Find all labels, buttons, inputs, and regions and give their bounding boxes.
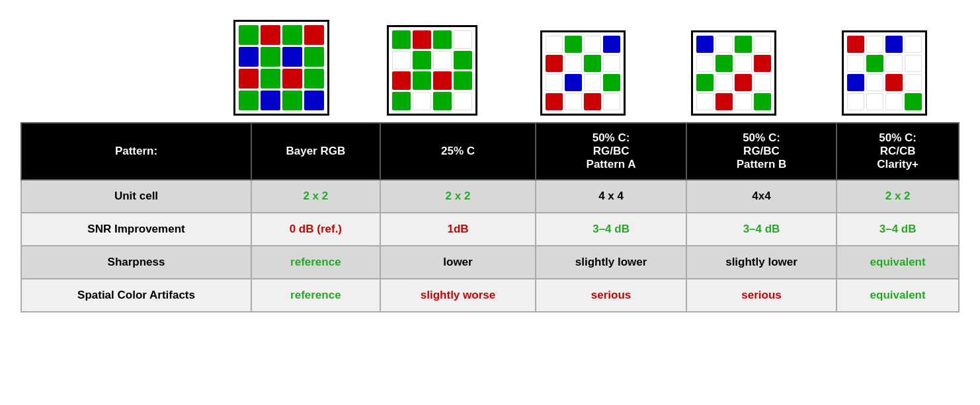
px xyxy=(433,51,452,69)
main-container: Pattern: Bayer RGB 25% C 50% C: RG/BC Pa… xyxy=(20,13,960,313)
px xyxy=(584,93,601,110)
px xyxy=(546,55,563,72)
px xyxy=(754,74,771,91)
px xyxy=(239,25,259,45)
row-label: Unit cell xyxy=(21,180,251,213)
clarity-pixel-grid xyxy=(842,30,927,116)
50ca-grid-wrap xyxy=(507,30,658,116)
px xyxy=(239,69,259,89)
px xyxy=(546,93,563,110)
px xyxy=(282,47,302,67)
px xyxy=(413,30,431,49)
px xyxy=(546,36,563,53)
px xyxy=(454,92,472,110)
row-val: 2 x 2 xyxy=(380,180,536,213)
px xyxy=(282,91,302,110)
px xyxy=(282,69,302,89)
row-val: lower xyxy=(380,246,536,279)
px xyxy=(905,93,922,110)
header-pattern: Pattern: xyxy=(21,123,251,180)
px xyxy=(847,74,864,91)
row-val: slightly lower xyxy=(536,246,686,279)
px xyxy=(696,74,714,91)
px xyxy=(905,36,922,53)
row-val: 2 x 2 xyxy=(251,180,380,213)
row-val: equivalent xyxy=(837,246,959,279)
px xyxy=(715,74,733,91)
row-val: 0 dB (ref.) xyxy=(251,213,380,246)
px xyxy=(282,25,302,45)
comparison-table: Pattern: Bayer RGB 25% C 50% C: RG/BC Pa… xyxy=(20,122,960,313)
25c-pixel-grid xyxy=(387,25,477,116)
row-val: 3–4 dB xyxy=(837,213,959,246)
row-val: slightly worse xyxy=(380,279,536,312)
px xyxy=(392,30,411,49)
px xyxy=(304,25,324,45)
px xyxy=(392,51,411,69)
table-header-row: Pattern: Bayer RGB 25% C 50% C: RG/BC Pa… xyxy=(21,123,959,180)
row-val: 2 x 2 xyxy=(837,180,959,213)
px xyxy=(261,91,280,110)
row-label: Sharpness xyxy=(21,246,251,279)
px xyxy=(565,93,582,110)
bayer-grid-wrap xyxy=(206,20,356,116)
row-val: 4x4 xyxy=(686,180,837,213)
header-50cb: 50% C: RG/BC Pattern B xyxy=(686,123,837,180)
px xyxy=(304,91,324,110)
px xyxy=(433,71,452,90)
px xyxy=(754,36,771,53)
header-25c: 25% C xyxy=(380,123,536,180)
px xyxy=(754,93,771,110)
table-row: SNR Improvement 0 dB (ref.) 1dB 3–4 dB 3… xyxy=(21,213,959,246)
px xyxy=(696,93,714,110)
px xyxy=(866,55,883,72)
px xyxy=(847,36,864,53)
px xyxy=(304,47,324,67)
row-val: slightly lower xyxy=(686,246,837,279)
px xyxy=(239,47,259,67)
clarity-grid-wrap xyxy=(809,30,960,116)
px xyxy=(735,36,752,53)
px xyxy=(413,71,431,90)
px xyxy=(454,30,472,49)
50ca-pixel-grid xyxy=(540,30,626,116)
px xyxy=(885,74,903,91)
table-row: Spatial Color Artifacts reference slight… xyxy=(21,279,959,312)
px xyxy=(603,93,620,110)
px xyxy=(754,55,771,72)
row-val: 3–4 dB xyxy=(686,213,837,246)
pattern-images-row xyxy=(206,13,960,122)
row-label: SNR Improvement xyxy=(21,213,251,246)
px xyxy=(584,55,601,72)
px xyxy=(565,74,582,91)
px xyxy=(239,91,259,110)
header-bayer: Bayer RGB xyxy=(251,123,380,180)
row-label: Spatial Color Artifacts xyxy=(21,279,251,312)
row-val: 1dB xyxy=(380,213,536,246)
row-val: serious xyxy=(536,279,686,312)
px xyxy=(603,74,620,91)
px xyxy=(715,93,733,110)
px xyxy=(866,74,883,91)
px xyxy=(735,55,752,72)
row-val: 3–4 dB xyxy=(536,213,686,246)
px xyxy=(454,51,472,69)
px xyxy=(454,71,472,90)
px xyxy=(885,36,903,53)
bayer-pixel-grid xyxy=(233,20,329,116)
25c-grid-wrap xyxy=(356,25,507,116)
px xyxy=(261,69,280,89)
px xyxy=(565,36,582,53)
px xyxy=(603,55,620,72)
row-val: reference xyxy=(251,279,380,312)
table-row: Unit cell 2 x 2 2 x 2 4 x 4 4x4 2 x 2 xyxy=(21,180,959,213)
px xyxy=(847,93,864,110)
px xyxy=(413,92,431,110)
header-clarity: 50% C: RC/CB Clarity+ xyxy=(837,123,959,180)
px xyxy=(696,36,714,53)
px xyxy=(885,93,903,110)
px xyxy=(392,92,411,110)
px xyxy=(433,92,452,110)
px xyxy=(866,93,883,110)
px xyxy=(584,36,601,53)
